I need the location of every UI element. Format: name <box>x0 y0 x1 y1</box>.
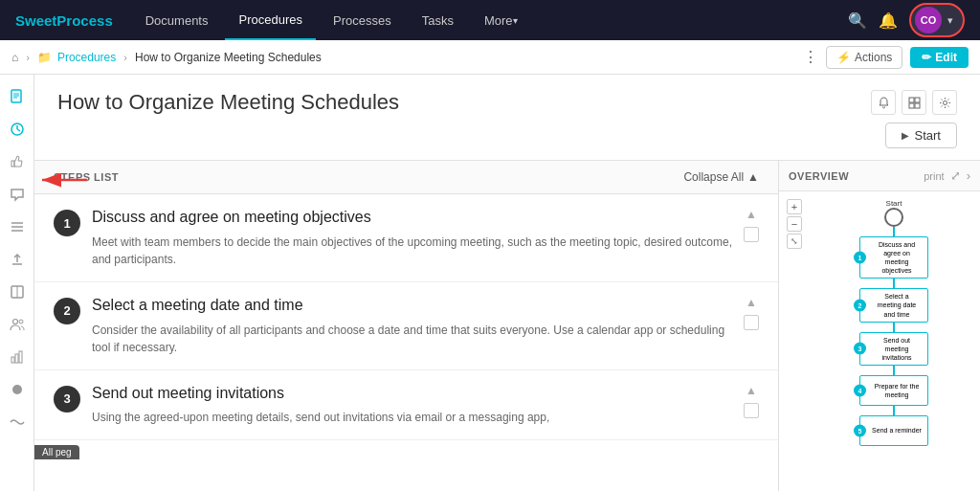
svg-point-14 <box>12 320 17 324</box>
sidebar-wave-icon[interactable] <box>3 408 32 436</box>
svg-rect-16 <box>11 357 14 363</box>
svg-rect-21 <box>909 98 914 102</box>
steps-header: STEPS LIST Collapse All ▲ <box>34 161 778 194</box>
content-area: How to Organize Meeting Schedules <box>34 75 980 491</box>
sidebar-book-icon[interactable] <box>3 278 32 306</box>
nav-tasks[interactable]: Tasks <box>409 0 467 40</box>
step-collapse-2[interactable]: ▲ <box>746 296 757 309</box>
flow-node-5: 5 Send a reminder <box>859 415 928 446</box>
nav-processes[interactable]: Processes <box>320 0 405 40</box>
zoom-fit-button[interactable]: ⤡ <box>787 234 802 249</box>
left-sidebar <box>0 75 34 491</box>
zoom-out-button[interactable]: − <box>787 216 802 232</box>
flow-line-0 <box>893 227 895 236</box>
svg-rect-18 <box>19 351 22 363</box>
step-desc-3: Using the agreed-upon meeting details, s… <box>92 409 732 426</box>
breadcrumb-home[interactable]: ⌂ <box>11 51 18 64</box>
sidebar-clock-icon[interactable] <box>3 115 32 144</box>
nav-more[interactable]: More ▾ <box>471 0 531 40</box>
tool-icons-row <box>871 90 957 115</box>
grid-tool-icon[interactable] <box>902 90 926 115</box>
zoom-in-button[interactable]: + <box>787 199 802 214</box>
svg-rect-24 <box>915 103 920 108</box>
logo[interactable]: SweetProcess <box>15 12 113 29</box>
folder-icon: 📁 <box>37 51 52 64</box>
overview-header: OVERVIEW print ⤢ › <box>779 161 980 191</box>
breadcrumb-procedures[interactable]: 📁 Procedures <box>37 51 116 64</box>
step-desc-2: Consider the availability of all partici… <box>92 322 732 356</box>
svg-line-6 <box>17 129 20 131</box>
pencil-icon: ✏ <box>922 51 931 64</box>
edit-button[interactable]: ✏ Edit <box>910 47 969 68</box>
svg-point-25 <box>943 100 947 104</box>
breadcrumb-bar: ⌂ › 📁 Procedures › How to Organize Meeti… <box>0 40 980 75</box>
all-peg-label: All peg <box>34 445 79 459</box>
flow-node-1: 1 Discuss and agree on meeting objective… <box>859 236 928 279</box>
sidebar-comment-icon[interactable] <box>3 180 32 209</box>
sidebar-list-icon[interactable] <box>3 212 32 241</box>
flow-node-4: 4 Prepare for the meeting <box>859 375 928 406</box>
flow-line-1 <box>893 279 895 288</box>
sidebar-upload-icon[interactable] <box>3 245 32 274</box>
step-actions-2: ▲ <box>744 296 759 330</box>
nav-documents[interactable]: Documents <box>132 0 222 40</box>
notification-tool-icon[interactable] <box>871 90 896 115</box>
top-navigation: SweetProcess Documents Procedures Proces… <box>0 0 980 40</box>
overview-label: OVERVIEW <box>789 170 849 182</box>
nav-procedures[interactable]: Procedures <box>225 0 315 40</box>
step-checkbox-3[interactable] <box>744 403 759 418</box>
flow-node-2: 2 Select a meeting date and time <box>859 288 928 322</box>
collapse-all-button[interactable]: Collapse All ▲ <box>683 170 759 184</box>
start-button[interactable]: ▶ Start <box>885 123 957 148</box>
sidebar-chart-icon[interactable] <box>3 343 32 371</box>
step-item-3: 3 Send out meeting invitations Using the… <box>34 370 778 441</box>
nav-links: Documents Procedures Processes Tasks Mor… <box>132 0 848 40</box>
step-collapse-1[interactable]: ▲ <box>746 208 757 221</box>
breadcrumb-actions-area: ⋮ ⚡ Actions ✏ Edit <box>803 46 969 69</box>
step-number-1: 1 <box>54 210 80 236</box>
flow-node-num-1: 1 <box>854 252 866 264</box>
notification-icon[interactable]: 🔔 <box>879 11 898 30</box>
flow-node-num-5: 5 <box>854 424 866 436</box>
step-title-2: Select a meeting date and time <box>92 296 732 316</box>
expand-icon[interactable]: ⤢ <box>950 168 961 183</box>
chevron-up-icon: ▲ <box>747 170 759 184</box>
sidebar-thumbsup-icon[interactable] <box>3 147 32 176</box>
lightning-icon: ⚡ <box>836 51 851 64</box>
breadcrumb-sep-1: › <box>26 52 30 63</box>
flow-start-circle <box>884 208 903 227</box>
sidebar-circle-icon[interactable] <box>3 375 32 404</box>
steps-panel: STEPS LIST Collapse All ▲ 1 Discuss and … <box>34 161 779 491</box>
step-content-3: Send out meeting invitations Using the a… <box>92 384 732 427</box>
svg-rect-7 <box>11 161 14 167</box>
print-link[interactable]: print <box>924 170 944 182</box>
play-icon: ▶ <box>902 130 909 141</box>
header-tools: ▶ Start <box>871 90 957 148</box>
step-checkbox-1[interactable] <box>744 227 759 242</box>
svg-point-15 <box>19 320 23 324</box>
user-menu[interactable]: CO ▾ <box>909 3 965 37</box>
more-options-icon[interactable]: ⋮ <box>803 48 818 66</box>
svg-point-19 <box>12 385 22 394</box>
step-actions-3: ▲ <box>744 384 759 418</box>
step-desc-1: Meet with team members to decide the mai… <box>92 234 732 268</box>
flow-node-num-3: 3 <box>854 343 866 355</box>
svg-rect-23 <box>909 103 914 108</box>
breadcrumb-current-page: How to Organize Meeting Schedules <box>135 51 322 64</box>
flow-node-num-4: 4 <box>854 384 866 396</box>
flow-line-2 <box>893 323 895 332</box>
steps-list-label: STEPS LIST <box>54 171 119 183</box>
nav-right-area: 🔍 🔔 CO ▾ <box>848 3 965 37</box>
step-collapse-3[interactable]: ▲ <box>746 384 757 397</box>
actions-button[interactable]: ⚡ Actions <box>826 46 902 69</box>
step-item-1: 1 Discuss and agree on meeting objective… <box>34 194 778 282</box>
step-checkbox-2[interactable] <box>744 315 759 330</box>
overview-panel: OVERVIEW print ⤢ › + − ⤡ <box>779 161 980 491</box>
chevron-right-icon[interactable]: › <box>967 168 970 183</box>
sidebar-team-icon[interactable] <box>3 310 32 339</box>
step-number-2: 2 <box>54 298 80 324</box>
svg-rect-22 <box>915 98 920 102</box>
sidebar-document-icon[interactable] <box>3 82 32 111</box>
search-icon[interactable]: 🔍 <box>848 11 867 30</box>
gear-tool-icon[interactable] <box>932 90 957 115</box>
